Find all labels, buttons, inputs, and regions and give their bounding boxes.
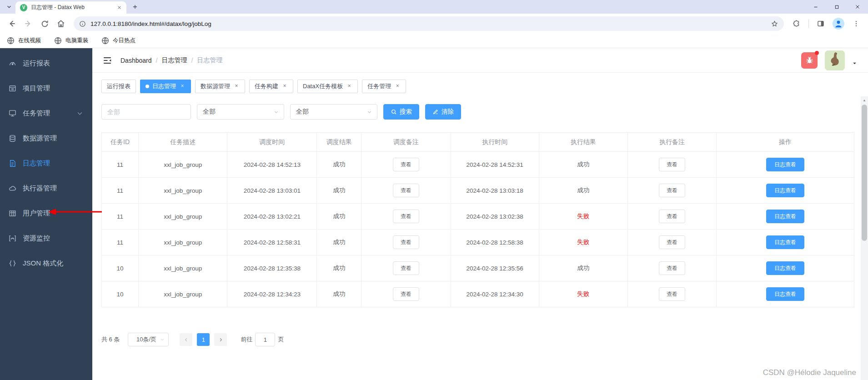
reload-icon[interactable] [37,16,52,31]
site-info-icon[interactable] [79,20,86,27]
sidebar-item-executor[interactable]: 执行器管理 [0,176,92,201]
goto-page-input[interactable] [255,333,275,346]
breadcrumb-item[interactable]: 日志管理 [161,56,187,65]
filter-select-2[interactable]: 全部 [290,104,377,120]
table-cell: 查看 [627,230,716,255]
sched-note-view-button[interactable]: 查看 [393,210,419,223]
tab-close-icon[interactable] [115,4,123,11]
search-icon [391,109,397,115]
log-view-button[interactable]: 日志查看 [766,287,804,301]
forward-icon[interactable] [21,16,35,31]
column-header: 调度结果 [317,133,361,152]
exec-note-view-button[interactable]: 查看 [659,235,685,249]
log-view-button[interactable]: 日志查看 [766,158,804,171]
tab-label: DataX任务模板 [303,82,343,90]
log-view-button[interactable]: 日志查看 [766,261,804,275]
bookmark-star-icon[interactable] [771,20,778,28]
sched-note-view-button[interactable]: 查看 [393,235,419,249]
tab-close-icon[interactable]: × [346,83,352,90]
breadcrumb-item[interactable]: Dashboard [120,57,152,64]
clear-pen-icon [432,109,439,115]
menu-dots-icon[interactable] [849,16,863,31]
scroll-up-icon[interactable] [861,97,868,104]
log-view-button[interactable]: 日志查看 [766,235,804,249]
globe-icon [6,36,15,45]
back-icon[interactable] [5,16,19,31]
column-header: 执行结果 [539,133,627,152]
next-page-button[interactable] [214,333,227,346]
sched-note-view-button[interactable]: 查看 [393,184,419,197]
user-avatar[interactable] [825,50,845,70]
prev-page-button[interactable] [180,333,192,346]
tab-label: 运行报表 [107,82,130,90]
table-row: 11xxl_job_group2024-02-28 13:03:01成功查看20… [102,178,854,204]
tab-DataX任务模板[interactable]: DataX任务模板× [297,80,358,93]
sidebar-item-project[interactable]: 项目管理 [0,76,92,101]
user-menu-caret-icon[interactable] [852,61,857,66]
sched-time-cell: 2024-02-28 14:52:13 [227,152,317,178]
address-bar[interactable]: 127.0.0.1:8180/index.html#/datax/log/job… [74,16,784,31]
bookmark-item[interactable]: 电脑重装 [54,36,88,45]
exec-note-view-button[interactable]: 查看 [659,184,685,197]
page-scrollbar[interactable] [861,96,868,380]
filter-select-1[interactable]: 全部 [197,104,284,120]
tab-日志管理[interactable]: 日志管理× [140,80,191,93]
tab-close-icon[interactable]: × [281,83,288,90]
log-view-button[interactable]: 日志查看 [766,210,804,223]
sidebar-collapse-icon[interactable] [101,55,113,66]
scrollbar-thumb[interactable] [862,105,867,241]
profile-icon[interactable] [833,18,844,30]
tab-close-icon[interactable]: × [394,83,401,90]
sidebar-item-log[interactable]: 日志管理 [0,151,92,176]
url-text[interactable]: 127.0.0.1:8180/index.html#/datax/log/job… [90,20,766,27]
tab-label: 日志管理 [152,82,176,90]
sched-note-view-button[interactable]: 查看 [393,261,419,275]
extensions-icon[interactable] [789,16,804,31]
new-tab-button[interactable] [129,1,141,13]
tab-运行报表[interactable]: 运行报表 [101,80,136,93]
job-filter-input[interactable] [101,104,191,120]
sched-time-cell: 2024-02-28 12:35:38 [227,255,317,281]
page-size-select[interactable]: 10条/页 [128,333,169,346]
bookmark-item[interactable]: 在线视频 [6,36,41,45]
bookmark-item[interactable]: 今日热点 [101,36,135,45]
job-id-cell: 10 [102,255,139,281]
tab-任务构建[interactable]: 任务构建× [249,80,293,93]
tab-数据源管理[interactable]: 数据源管理× [195,80,245,93]
tab-任务管理[interactable]: 任务管理× [362,80,406,93]
chevron-down-icon [75,109,84,118]
sched-time-cell: 2024-02-28 12:34:23 [227,281,317,307]
log-table: 任务ID任务描述调度时间调度结果调度备注执行时间执行结果执行备注操作 11xxl… [101,132,854,307]
bug-report-button[interactable] [801,52,818,69]
side-panel-icon[interactable] [813,16,828,31]
sched-time-cell: 2024-02-28 12:58:31 [227,230,317,255]
browser-tab[interactable]: V 日志管理 - Datax Web [15,1,126,14]
window-maximize-button[interactable] [826,0,847,14]
window-minimize-button[interactable] [805,0,826,14]
tab-close-icon[interactable]: × [179,83,186,90]
sched-note-view-button[interactable]: 查看 [393,287,419,301]
chevron-down-icon [273,109,279,115]
sidebar-item-dashboard[interactable]: 运行报表 [0,51,92,76]
log-view-button[interactable]: 日志查看 [766,184,804,197]
window-close-button[interactable] [847,0,868,14]
home-icon[interactable] [54,16,68,31]
tab-search-chevron-icon[interactable] [3,1,15,13]
exec-note-view-button[interactable]: 查看 [659,158,685,171]
tab-close-icon[interactable]: × [233,83,240,90]
filter-select-1-value: 全部 [203,108,273,116]
sidebar-item-json[interactable]: JSON 格式化 [0,251,92,276]
search-button[interactable]: 搜索 [383,104,419,120]
exec-note-view-button[interactable]: 查看 [659,261,685,275]
chevron-down-icon [366,109,372,115]
sidebar-item-database[interactable]: 数据源管理 [0,126,92,151]
clear-button[interactable]: 清除 [425,104,461,120]
job-id-cell: 10 [102,281,139,307]
sidebar-item-task[interactable]: 任务管理 [0,101,92,126]
sidebar-item-monitor[interactable]: 资源监控 [0,226,92,251]
breadcrumb: Dashboard/日志管理/日志管理 [120,56,222,65]
current-page-button[interactable]: 1 [197,333,210,346]
sched-note-view-button[interactable]: 查看 [393,158,419,171]
exec-note-view-button[interactable]: 查看 [659,210,685,223]
exec-note-view-button[interactable]: 查看 [659,287,685,301]
